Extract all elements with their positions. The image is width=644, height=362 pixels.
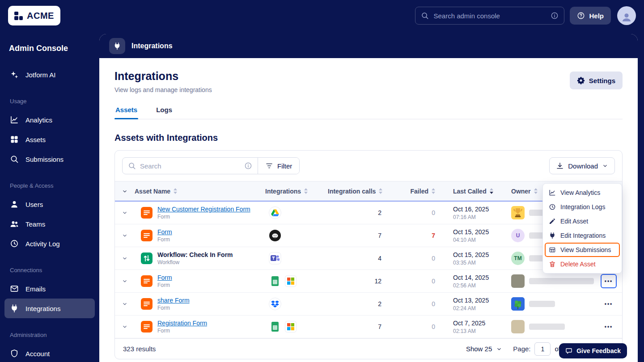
owner-avatar: U bbox=[511, 229, 525, 242]
asset-name-cell: Registration Form Form bbox=[135, 320, 265, 334]
sidebar-item-jotform-ai[interactable]: Jotform AI bbox=[4, 65, 95, 84]
give-feedback-button[interactable]: Give Feedback bbox=[559, 343, 627, 358]
row-expand-toggle[interactable] bbox=[115, 232, 135, 239]
menu-item-integration-logs[interactable]: Integration Logs bbox=[545, 200, 620, 214]
sort-arrows-icon[interactable] bbox=[432, 188, 435, 194]
row-expand-toggle[interactable] bbox=[115, 210, 135, 216]
download-label: Download bbox=[568, 162, 598, 170]
table-toolbar: Filter Download bbox=[115, 151, 622, 181]
section-heading-administration: Administration bbox=[4, 318, 95, 344]
clover-avatar bbox=[511, 297, 525, 311]
sort-arrows-icon[interactable] bbox=[304, 188, 308, 194]
search-icon bbox=[421, 12, 429, 20]
last-called-time: 07:16 AM bbox=[453, 214, 502, 220]
menu-item-delete-asset[interactable]: Delete Asset bbox=[545, 257, 620, 271]
table-row: share Form Form 2 0 Oct 13, 2025 02:24 A… bbox=[115, 293, 622, 316]
asset-name-link[interactable]: Workflow: Check In Form bbox=[157, 251, 233, 258]
row-actions-button[interactable] bbox=[601, 274, 617, 288]
column-header-integrations[interactable]: Integrations bbox=[265, 188, 328, 195]
user-avatar[interactable] bbox=[617, 6, 636, 25]
sidebar-item-analytics[interactable]: Analytics bbox=[4, 110, 95, 130]
sidebar-item-users[interactable]: Users bbox=[4, 194, 95, 214]
chevron-down-icon bbox=[496, 346, 502, 352]
sort-arrows-icon[interactable] bbox=[379, 188, 382, 194]
info-icon[interactable] bbox=[244, 162, 252, 170]
menu-item-view-submissions[interactable]: View Submissions bbox=[545, 243, 620, 257]
row-expand-toggle[interactable] bbox=[115, 324, 135, 330]
owner-cell bbox=[502, 274, 595, 288]
row-actions-cell bbox=[595, 274, 622, 288]
asset-name-link[interactable]: Form bbox=[157, 274, 172, 281]
last-called-time: 02:24 AM bbox=[453, 305, 502, 311]
admin-search[interactable] bbox=[415, 7, 564, 25]
column-header-last-called[interactable]: Last Called bbox=[440, 188, 502, 195]
failed-value: 0 bbox=[386, 255, 440, 262]
asset-name-link[interactable]: Registration Form bbox=[157, 320, 207, 327]
form-asset-icon bbox=[141, 207, 153, 219]
results-count: 323 results bbox=[123, 345, 156, 353]
asset-name-link[interactable]: New Customer Registration Form bbox=[157, 206, 250, 213]
sidebar-item-submissions[interactable]: Submissions bbox=[4, 149, 95, 169]
integration-calls-value: 7 bbox=[328, 323, 386, 330]
asset-name-link[interactable]: Form bbox=[157, 228, 172, 236]
section-heading-people-access: People & Access bbox=[4, 169, 95, 194]
chevron-down-icon bbox=[122, 255, 128, 261]
help-button[interactable]: Help bbox=[570, 7, 611, 25]
row-expand-toggle[interactable] bbox=[115, 278, 135, 284]
last-called-date: Oct 14, 2025 bbox=[453, 274, 502, 281]
sparkles-icon bbox=[10, 70, 19, 79]
row-actions-button[interactable] bbox=[601, 320, 617, 334]
last-called-date: Oct 13, 2025 bbox=[453, 297, 502, 304]
sidebar-item-label: Analytics bbox=[25, 116, 52, 124]
tab-assets[interactable]: Assets bbox=[114, 106, 138, 119]
row-actions-button[interactable] bbox=[601, 297, 617, 311]
chevron-down-icon bbox=[122, 188, 128, 194]
tab-logs[interactable]: Logs bbox=[155, 106, 173, 119]
sidebar-item-assets[interactable]: Assets bbox=[4, 130, 95, 149]
chevron-down-icon bbox=[122, 324, 128, 330]
menu-item-edit-asset[interactable]: Edit Asset bbox=[545, 214, 620, 228]
sort-arrows-icon[interactable] bbox=[490, 188, 493, 194]
sidebar-item-activity-log[interactable]: Activity Log bbox=[4, 234, 95, 253]
column-header-asset-name[interactable]: Asset Name bbox=[135, 188, 265, 195]
mailchimp-icon bbox=[269, 229, 281, 242]
page-size-select[interactable]: Show 25 bbox=[466, 345, 502, 353]
last-called-cell: Oct 14, 2025 02:56 AM bbox=[440, 274, 502, 289]
sidebar-item-emails[interactable]: Emails bbox=[4, 279, 95, 299]
owner-avatar: TM bbox=[511, 252, 525, 265]
question-circle-icon bbox=[577, 12, 585, 20]
admin-search-input[interactable] bbox=[433, 12, 546, 20]
menu-item-edit-integrations[interactable]: Edit Integrations bbox=[545, 228, 620, 243]
shield-icon bbox=[10, 349, 19, 358]
download-button[interactable]: Download bbox=[549, 157, 615, 174]
sidebar-item-account[interactable]: Account bbox=[4, 344, 95, 362]
row-expand-toggle[interactable] bbox=[115, 301, 135, 307]
integration-calls-value: 4 bbox=[328, 255, 386, 262]
info-icon[interactable] bbox=[551, 12, 559, 20]
integrations-cell bbox=[265, 275, 328, 287]
column-header-integration-calls[interactable]: Integration calls bbox=[328, 188, 386, 195]
asset-name-link[interactable]: share Form bbox=[157, 297, 190, 304]
last-called-time: 03:35 AM bbox=[453, 260, 502, 266]
page-number-input[interactable] bbox=[534, 342, 551, 356]
page-control: Page: of bbox=[513, 342, 560, 356]
row-expand-toggle[interactable] bbox=[115, 255, 135, 261]
sort-arrows-icon[interactable] bbox=[174, 188, 177, 194]
menu-item-view-analytics[interactable]: View Analytics bbox=[545, 185, 620, 200]
expand-all-header[interactable] bbox=[115, 188, 135, 194]
asset-type-label: Workflow bbox=[157, 259, 233, 265]
filter-button[interactable]: Filter bbox=[258, 158, 299, 174]
column-header-failed[interactable]: Failed bbox=[386, 188, 440, 195]
main-panel: Integrations Integrations View logs and … bbox=[99, 34, 638, 362]
sidebar-item-integrations[interactable]: Integrations bbox=[4, 299, 95, 318]
acme-logo[interactable]: ACME bbox=[8, 6, 60, 25]
table-search-input[interactable] bbox=[140, 162, 240, 170]
chevron-down-icon bbox=[122, 232, 128, 239]
table-search[interactable] bbox=[123, 158, 258, 174]
sidebar-item-teams[interactable]: Teams bbox=[4, 214, 95, 234]
menu-item-label: Edit Asset bbox=[560, 218, 588, 225]
sort-arrows-icon[interactable] bbox=[534, 188, 538, 194]
search-icon bbox=[10, 155, 19, 164]
settings-button[interactable]: Settings bbox=[570, 72, 623, 89]
page-title: Integrations bbox=[114, 70, 623, 83]
